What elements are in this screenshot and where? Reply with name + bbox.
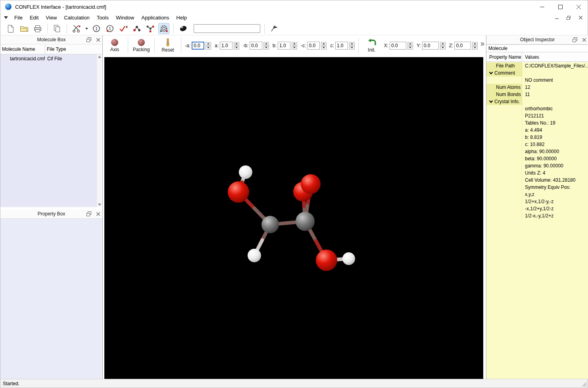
atom-H[interactable] bbox=[239, 165, 252, 179]
spin-down-button[interactable] bbox=[440, 46, 446, 50]
cut-molecule-button[interactable] bbox=[71, 23, 82, 34]
spin-down-button[interactable] bbox=[472, 46, 478, 50]
spin-down-button[interactable] bbox=[407, 46, 413, 50]
float-panel-button[interactable] bbox=[86, 37, 92, 42]
spinner-arrows[interactable] bbox=[206, 42, 211, 50]
spin-up-button[interactable] bbox=[234, 42, 239, 46]
check-hydrogen-button[interactable]: H bbox=[118, 23, 129, 34]
xyz-spinner-input-0[interactable] bbox=[390, 42, 406, 50]
molecule-box-scrollbar[interactable] bbox=[96, 54, 102, 207]
viewport[interactable] bbox=[104, 57, 483, 379]
inspector-row[interactable]: Crystal Info. bbox=[486, 98, 588, 105]
inspector-row[interactable]: Tables No.: 19 bbox=[486, 119, 588, 127]
spinner-arrows[interactable] bbox=[349, 42, 355, 50]
mdi-minimize-button[interactable] bbox=[553, 15, 560, 21]
resize-grip[interactable] bbox=[581, 381, 587, 387]
column-header-molecule-name[interactable]: Molecule Name bbox=[0, 44, 45, 54]
column-header-values[interactable]: Values bbox=[522, 52, 588, 61]
column-header-property-name[interactable]: Property Name bbox=[486, 52, 522, 61]
mdi-close-button[interactable] bbox=[577, 15, 584, 21]
scroll-down-icon[interactable] bbox=[98, 204, 101, 206]
chevron-down-icon[interactable] bbox=[489, 71, 493, 75]
inspector-row[interactable]: b: 8.819 bbox=[486, 134, 588, 141]
menu-view[interactable]: View bbox=[42, 13, 60, 22]
menu-tools[interactable]: Tools bbox=[93, 13, 112, 22]
inspector-row[interactable]: -x,1/2+y,1/2-z bbox=[486, 205, 588, 212]
document-menu-icon[interactable] bbox=[4, 15, 8, 20]
inspector-row[interactable]: NO comment bbox=[486, 77, 588, 84]
molecule-row[interactable]: tartronicacid.cmfCif File bbox=[0, 54, 96, 63]
spin-down-button[interactable] bbox=[206, 46, 211, 50]
chevron-down-icon[interactable] bbox=[489, 100, 493, 103]
inspector-row[interactable]: a: 4.494 bbox=[486, 127, 588, 134]
abc-spinner-input-3[interactable] bbox=[278, 42, 290, 50]
abc-spinner-input-5[interactable] bbox=[335, 42, 348, 50]
inspector-row[interactable]: Num Bonds11 bbox=[486, 91, 588, 98]
molecule-svg[interactable] bbox=[104, 57, 483, 379]
spinner-arrows[interactable] bbox=[234, 42, 239, 50]
spin-down-button[interactable] bbox=[263, 46, 269, 50]
spinner-arrows[interactable] bbox=[321, 42, 327, 50]
close-button[interactable] bbox=[569, 0, 588, 13]
spin-up-button[interactable] bbox=[407, 42, 413, 46]
inspector-row[interactable]: x,y,z bbox=[486, 191, 588, 198]
cut-dropdown-caret[interactable] bbox=[85, 23, 88, 34]
menu-applications[interactable]: Applications bbox=[138, 13, 173, 22]
abc-spinner-input-0[interactable] bbox=[192, 42, 204, 50]
atom-H[interactable] bbox=[342, 252, 355, 265]
bead-button[interactable] bbox=[178, 23, 189, 34]
spin-down-button[interactable] bbox=[292, 46, 297, 50]
menu-window[interactable]: Window bbox=[112, 13, 138, 22]
inspector-row[interactable]: Cell Volume: 431.28180 bbox=[486, 177, 588, 184]
print-button[interactable] bbox=[32, 23, 43, 34]
spin-up-button[interactable] bbox=[321, 42, 327, 46]
xyz-spinner-input-1[interactable] bbox=[422, 42, 439, 50]
spinner-arrows[interactable] bbox=[440, 42, 446, 50]
inspector-row[interactable]: alpha: 90.00000 bbox=[486, 148, 588, 155]
atom-O[interactable] bbox=[316, 250, 337, 271]
spin-down-button[interactable] bbox=[321, 46, 327, 50]
inspector-row[interactable]: gamma: 90.00000 bbox=[486, 162, 588, 169]
atom-C[interactable] bbox=[261, 216, 279, 233]
inspector-row[interactable]: c: 10.882 bbox=[486, 141, 588, 148]
molecule-network-button[interactable] bbox=[145, 23, 156, 34]
abc-spinner-input-4[interactable] bbox=[307, 42, 320, 50]
mdi-restore-button[interactable] bbox=[565, 15, 572, 21]
atom-C[interactable] bbox=[296, 212, 315, 231]
inspector-row[interactable]: File PathC:/CONFLEX/Sample_Files/... bbox=[486, 62, 588, 69]
atom-O[interactable] bbox=[228, 181, 249, 203]
optimize-one-button[interactable]: 1 bbox=[91, 23, 102, 34]
gear-molecule-button[interactable] bbox=[158, 23, 169, 34]
close-panel-button[interactable] bbox=[95, 37, 101, 42]
spin-up-button[interactable] bbox=[263, 42, 269, 46]
panel-collapse-arrows-icon[interactable] bbox=[480, 42, 485, 47]
abc-spinner-input-2[interactable] bbox=[250, 42, 262, 50]
abc-spinner-input-1[interactable] bbox=[220, 42, 233, 50]
menu-calculation[interactable]: Calculation bbox=[60, 13, 93, 22]
spin-up-button[interactable] bbox=[472, 42, 478, 46]
inspector-row[interactable]: 1/2-x,-y,1/2+z bbox=[486, 212, 588, 219]
molecule-tool-button[interactable] bbox=[131, 23, 142, 34]
inspector-row[interactable]: Num Atoms12 bbox=[486, 84, 588, 91]
close-panel-button[interactable] bbox=[581, 37, 587, 42]
optimize-one-alt-button[interactable]: 1 bbox=[104, 23, 115, 34]
inspector-row[interactable]: beta: 90.00000 bbox=[486, 155, 588, 162]
packing-button[interactable]: Packing bbox=[132, 36, 151, 55]
new-file-button[interactable] bbox=[5, 23, 16, 34]
init-button[interactable]: Init. bbox=[362, 36, 381, 55]
close-panel-button[interactable] bbox=[95, 211, 101, 217]
column-header-file-type[interactable]: File Type bbox=[45, 44, 102, 54]
spinner-arrows[interactable] bbox=[292, 42, 297, 50]
copy-button[interactable] bbox=[52, 23, 63, 34]
atom-O[interactable] bbox=[301, 174, 321, 194]
toolbar-search-input[interactable] bbox=[194, 24, 260, 33]
float-panel-button[interactable] bbox=[572, 37, 578, 42]
spinner-arrows[interactable] bbox=[263, 42, 269, 50]
inspector-row[interactable]: 1/2+x,1/2-y,-z bbox=[486, 198, 588, 205]
spin-up-button[interactable] bbox=[349, 42, 355, 46]
spinner-arrows[interactable] bbox=[472, 42, 478, 50]
spinner-arrows[interactable] bbox=[407, 42, 413, 50]
run-flag-button[interactable] bbox=[269, 23, 280, 34]
spin-down-button[interactable] bbox=[234, 46, 239, 50]
spin-up-button[interactable] bbox=[292, 42, 297, 46]
